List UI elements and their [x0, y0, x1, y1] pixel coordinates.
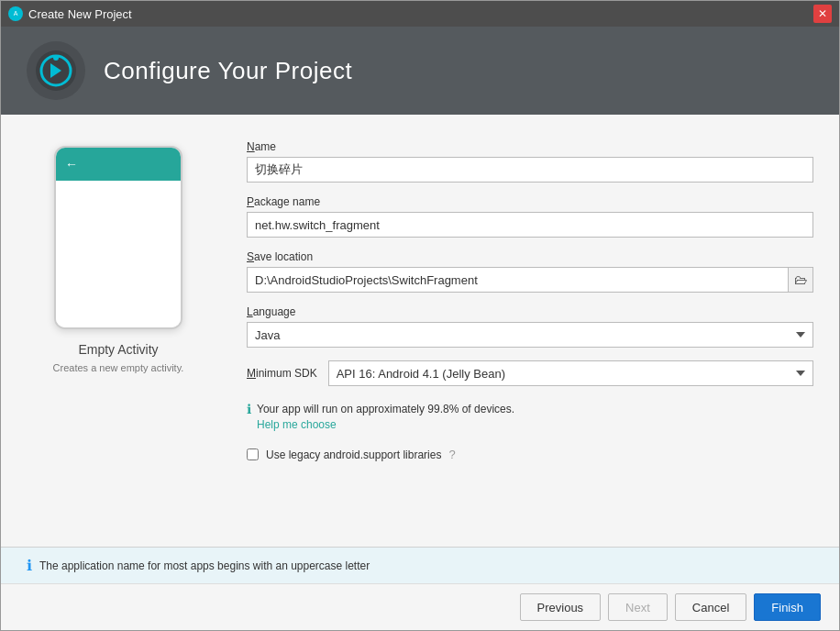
package-label: Package name [247, 195, 813, 208]
save-location-group: Save location 🗁 [247, 250, 813, 293]
content: ← Empty Activity Creates a new empty act… [1, 115, 839, 547]
header-title: Configure Your Project [104, 57, 352, 85]
folder-browse-button[interactable]: 🗁 [788, 267, 813, 293]
legacy-checkbox-label[interactable]: Use legacy android.support libraries [266, 448, 441, 461]
legacy-checkbox-row: Use legacy android.support libraries ? [247, 448, 813, 461]
sdk-row: Minimum SDK API 16: Android 4.1 (Jelly B… [247, 360, 813, 386]
header: Configure Your Project [1, 27, 839, 115]
close-button[interactable]: ✕ [813, 5, 832, 23]
back-arrow-icon: ← [65, 157, 78, 172]
title-bar: A Create New Project ✕ [1, 1, 839, 27]
save-location-input[interactable] [247, 267, 788, 293]
name-group: Name [247, 140, 813, 183]
phone-header: ← [56, 148, 181, 181]
preview-panel: ← Empty Activity Creates a new empty act… [27, 137, 210, 525]
help-me-choose-link[interactable]: Help me choose [257, 418, 337, 431]
activity-label: Empty Activity [78, 342, 158, 357]
dialog: A Create New Project ✕ Configure Your Pr… [0, 0, 840, 631]
package-input[interactable] [247, 212, 813, 238]
sdk-info-bold: 99.8% [427, 403, 459, 415]
svg-text:A: A [14, 10, 18, 17]
save-location-label: Save location [247, 250, 813, 263]
language-group: Language Java Kotlin [247, 305, 813, 348]
phone-mockup: ← [54, 146, 182, 329]
finish-button[interactable]: Finish [754, 593, 821, 621]
cancel-button[interactable]: Cancel [675, 593, 746, 621]
sdk-select[interactable]: API 16: Android 4.1 (Jelly Bean) API 21:… [328, 360, 813, 386]
sdk-info-prefix: Your app will run on approximately [257, 403, 427, 415]
android-studio-icon: A [8, 6, 23, 21]
sdk-info-suffix: of devices. [459, 403, 514, 415]
android-logo [27, 41, 85, 100]
name-input[interactable] [247, 157, 813, 183]
name-label: Name [247, 140, 813, 153]
info-icon: ℹ [247, 402, 251, 416]
bottom-info-text: The application name for most apps begin… [39, 559, 370, 572]
title-bar-title: Create New Project [28, 7, 132, 21]
previous-button[interactable]: Previous [520, 593, 602, 621]
bottom-info-bar: ℹ The application name for most apps beg… [1, 547, 839, 583]
sdk-label: Minimum SDK [247, 367, 317, 380]
svg-point-5 [53, 55, 59, 61]
legacy-checkbox[interactable] [247, 448, 259, 460]
next-button[interactable]: Next [608, 593, 668, 621]
phone-body [56, 181, 181, 327]
title-bar-left: A Create New Project [8, 6, 132, 21]
package-group: Package name [247, 195, 813, 238]
sdk-info-text: Your app will run on approximately 99.8%… [257, 401, 514, 431]
language-select[interactable]: Java Kotlin [247, 322, 813, 348]
footer: Previous Next Cancel Finish [1, 583, 839, 630]
save-location-row: 🗁 [247, 267, 813, 293]
legacy-help-icon[interactable]: ? [448, 448, 455, 461]
language-label: Language [247, 305, 813, 318]
activity-desc: Creates a new empty activity. [53, 362, 184, 373]
form-panel: Name Package name Save location 🗁 [247, 137, 813, 525]
sdk-info: ℹ Your app will run on approximately 99.… [247, 401, 813, 431]
bottom-info-icon: ℹ [27, 557, 32, 574]
sdk-group: Minimum SDK API 16: Android 4.1 (Jelly B… [247, 360, 813, 386]
